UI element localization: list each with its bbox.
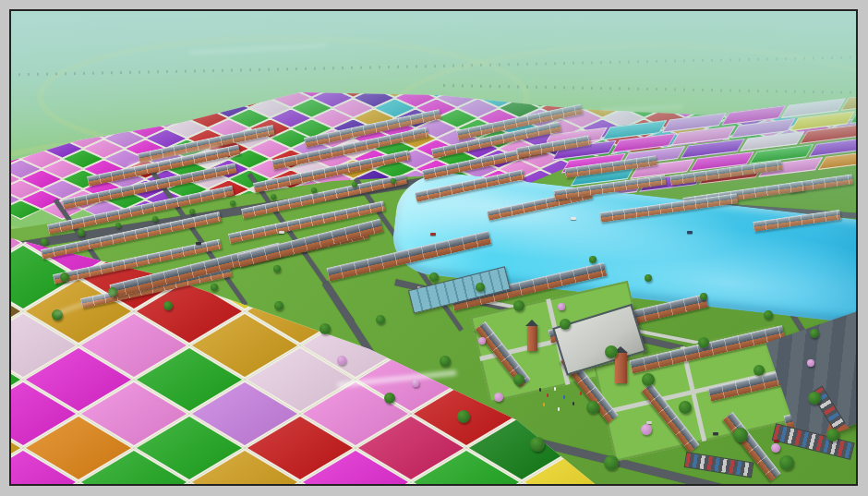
flower-field-fill — [580, 485, 685, 486]
flower-field-fill — [137, 485, 242, 486]
flower-field-fill — [247, 485, 353, 486]
flower-field-fill — [469, 485, 574, 486]
horizon-haze-top — [9, 9, 858, 157]
flower-field-fill — [26, 485, 131, 486]
screenshot-root: { "scene": { "description": "Aerial 3D a… — [0, 0, 868, 496]
flower-field-fill — [358, 485, 464, 486]
flower-field-fill — [9, 485, 20, 486]
render-viewport — [9, 9, 858, 486]
scene — [9, 9, 858, 486]
flower-field-fill — [691, 485, 796, 486]
sprinkler-streak — [54, 290, 116, 316]
sprinkler-streak — [337, 369, 457, 388]
